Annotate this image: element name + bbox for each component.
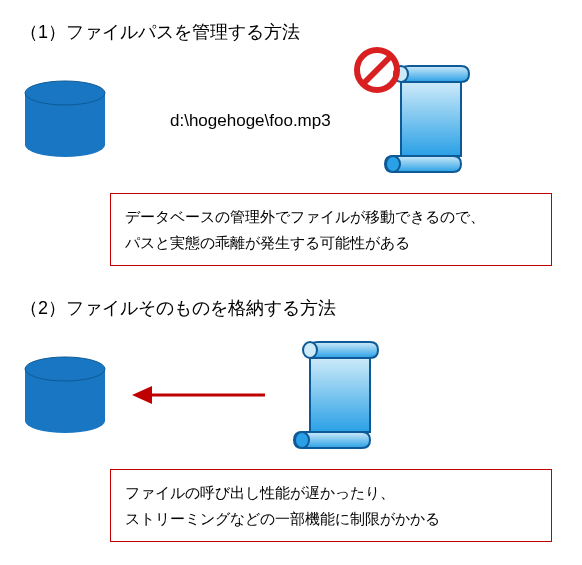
note-1-line-1: データベースの管理外でファイルが移動できるので、 (125, 204, 537, 230)
section-filestore: （2）ファイルそのものを格納する方法 (20, 296, 562, 542)
note-box-1: データベースの管理外でファイルが移動できるので、 パスと実態の乖離が発生する可能… (110, 193, 552, 266)
svg-marker-14 (132, 386, 152, 404)
row-2 (20, 340, 562, 454)
prohibit-icon (353, 46, 401, 94)
svg-line-8 (363, 56, 391, 84)
svg-point-15 (303, 342, 317, 358)
scroll-with-prohibit (381, 64, 471, 178)
database-icon (20, 355, 110, 439)
svg-point-17 (295, 432, 309, 448)
note-2-line-2: ストリーミングなどの一部機能に制限がかかる (125, 506, 537, 532)
svg-point-11 (25, 409, 105, 433)
database-icon (20, 79, 110, 163)
note-2-line-1: ファイルの呼び出し性能が遅かったり、 (125, 480, 537, 506)
filepath-text: d:\hogehoge\foo.mp3 (170, 111, 331, 131)
section-filepath: （1）ファイルパスを管理する方法 d:\hogehoge\foo.mp3 (20, 20, 562, 266)
scroll-icon (290, 340, 380, 454)
arrow-left-icon (130, 380, 270, 414)
scroll-icon (381, 160, 471, 177)
note-1-line-2: パスと実態の乖離が発生する可能性がある (125, 230, 537, 256)
note-box-2: ファイルの呼び出し性能が遅かったり、 ストリーミングなどの一部機能に制限がかかる (110, 469, 552, 542)
row-1: d:\hogehoge\foo.mp3 (20, 64, 562, 178)
svg-rect-5 (401, 82, 461, 156)
svg-rect-16 (310, 358, 370, 432)
svg-point-6 (386, 156, 400, 172)
heading-1: （1）ファイルパスを管理する方法 (20, 20, 562, 44)
heading-2: （2）ファイルそのものを格納する方法 (20, 296, 562, 320)
svg-point-2 (25, 133, 105, 157)
